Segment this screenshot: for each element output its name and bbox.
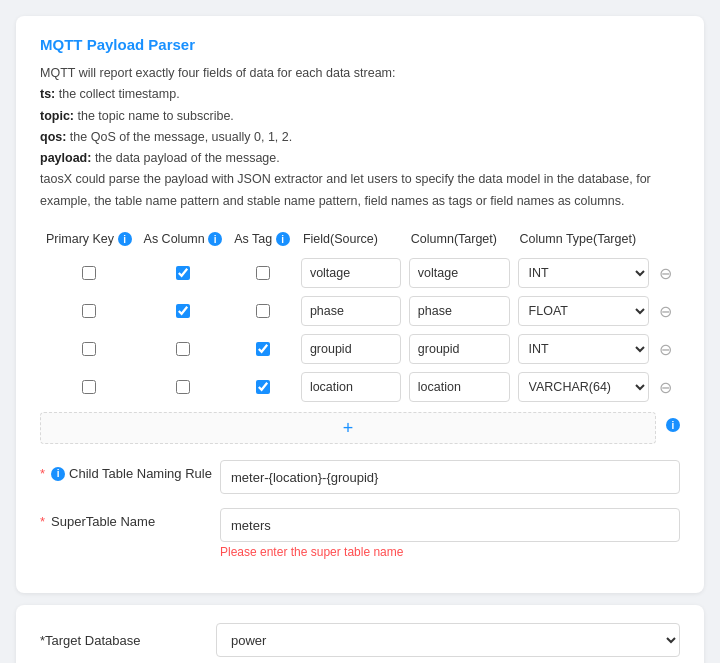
row-0-column-type-cell: INTFLOATBIGINTVARCHAR(64)TIMESTAMPBOOL: [514, 254, 653, 292]
card-title: MQTT Payload Parser: [40, 36, 680, 53]
field-table: Primary Key i As Column i As Tag i Field…: [40, 228, 680, 407]
child-table-control-wrap: [220, 460, 680, 494]
row-1-column-target-input[interactable]: [409, 296, 510, 326]
row-1-column-target-cell: [405, 292, 514, 330]
row-0-tag-cell: [228, 254, 297, 292]
child-table-info-icon[interactable]: i: [51, 467, 65, 481]
th-primary-key: Primary Key i: [40, 228, 138, 255]
row-2-remove-button[interactable]: ⊖: [657, 338, 674, 361]
table-row: INTFLOATBIGINTVARCHAR(64)TIMESTAMPBOOL⊖: [40, 292, 680, 330]
row-2-column-target-cell: [405, 330, 514, 368]
row-3-remove-button[interactable]: ⊖: [657, 376, 674, 399]
row-1-col-cell: [138, 292, 229, 330]
row-2-field-source-input[interactable]: [301, 334, 401, 364]
row-3-remove-cell: ⊖: [653, 368, 680, 406]
target-db-card: *Target Database power test demo: [16, 605, 704, 663]
supertable-error: Please enter the super table name: [220, 545, 680, 559]
child-table-row: * i Child Table Naming Rule: [40, 460, 680, 494]
row-3-tag-checkbox[interactable]: [256, 380, 270, 394]
child-table-label: * i Child Table Naming Rule: [40, 460, 220, 481]
row-3-column-type-cell: INTFLOATBIGINTVARCHAR(64)TIMESTAMPBOOL: [514, 368, 653, 406]
modal-overlay: MQTT Payload Parser MQTT will report exa…: [0, 0, 720, 663]
row-2-col-cell: [138, 330, 229, 368]
row-0-remove-button[interactable]: ⊖: [657, 262, 674, 285]
add-row-info-icon[interactable]: i: [666, 418, 680, 432]
row-0-column-target-input[interactable]: [409, 258, 510, 288]
row-2-column-type-select[interactable]: INTFLOATBIGINTVARCHAR(64)TIMESTAMPBOOL: [518, 334, 649, 364]
row-2-field-source-cell: [297, 330, 405, 368]
supertable-input[interactable]: [220, 508, 680, 542]
row-2-column-target-input[interactable]: [409, 334, 510, 364]
row-1-remove-cell: ⊖: [653, 292, 680, 330]
th-column-type: Column Type(Target): [514, 228, 653, 255]
row-3-col-cell: [138, 368, 229, 406]
row-0-field-source-input[interactable]: [301, 258, 401, 288]
th-as-column: As Column i: [138, 228, 229, 255]
row-1-pk-cell: [40, 292, 138, 330]
row-0-field-source-cell: [297, 254, 405, 292]
row-2-tag-cell: [228, 330, 297, 368]
table-row: INTFLOATBIGINTVARCHAR(64)TIMESTAMPBOOL⊖: [40, 254, 680, 292]
th-column-target: Column(Target): [405, 228, 514, 255]
supertable-row: * SuperTable Name Please enter the super…: [40, 508, 680, 559]
row-2-column-type-cell: INTFLOATBIGINTVARCHAR(64)TIMESTAMPBOOL: [514, 330, 653, 368]
row-2-pk-cell: [40, 330, 138, 368]
row-1-tag-checkbox[interactable]: [256, 304, 270, 318]
row-3-column-type-select[interactable]: INTFLOATBIGINTVARCHAR(64)TIMESTAMPBOOL: [518, 372, 649, 402]
row-0-col-checkbox[interactable]: [176, 266, 190, 280]
row-3-column-target-input[interactable]: [409, 372, 510, 402]
row-2-remove-cell: ⊖: [653, 330, 680, 368]
target-db-select[interactable]: power test demo: [216, 623, 680, 657]
row-3-col-checkbox[interactable]: [176, 380, 190, 394]
add-row-row: + i: [40, 406, 680, 444]
description: MQTT will report exactly four fields of …: [40, 63, 680, 212]
row-3-field-source-input[interactable]: [301, 372, 401, 402]
as-column-info-icon[interactable]: i: [208, 232, 222, 246]
supertable-control-wrap: Please enter the super table name: [220, 508, 680, 559]
row-0-column-target-cell: [405, 254, 514, 292]
row-0-remove-cell: ⊖: [653, 254, 680, 292]
row-1-remove-button[interactable]: ⊖: [657, 300, 674, 323]
th-field-source: Field(Source): [297, 228, 405, 255]
row-1-pk-checkbox[interactable]: [82, 304, 96, 318]
table-row: INTFLOATBIGINTVARCHAR(64)TIMESTAMPBOOL⊖: [40, 368, 680, 406]
row-1-col-checkbox[interactable]: [176, 304, 190, 318]
main-card: MQTT Payload Parser MQTT will report exa…: [16, 16, 704, 593]
primary-key-info-icon[interactable]: i: [118, 232, 132, 246]
row-2-col-checkbox[interactable]: [176, 342, 190, 356]
row-3-pk-cell: [40, 368, 138, 406]
row-0-column-type-select[interactable]: INTFLOATBIGINTVARCHAR(64)TIMESTAMPBOOL: [518, 258, 649, 288]
child-table-input[interactable]: [220, 460, 680, 494]
target-db-label: *Target Database: [40, 633, 200, 648]
row-0-tag-checkbox[interactable]: [256, 266, 270, 280]
th-as-tag: As Tag i: [228, 228, 297, 255]
row-0-col-cell: [138, 254, 229, 292]
row-3-field-source-cell: [297, 368, 405, 406]
row-1-column-type-cell: INTFLOATBIGINTVARCHAR(64)TIMESTAMPBOOL: [514, 292, 653, 330]
row-0-pk-cell: [40, 254, 138, 292]
row-1-field-source-input[interactable]: [301, 296, 401, 326]
table-row: INTFLOATBIGINTVARCHAR(64)TIMESTAMPBOOL⊖: [40, 330, 680, 368]
row-2-tag-checkbox[interactable]: [256, 342, 270, 356]
row-1-column-type-select[interactable]: INTFLOATBIGINTVARCHAR(64)TIMESTAMPBOOL: [518, 296, 649, 326]
supertable-label: * SuperTable Name: [40, 508, 220, 529]
row-3-column-target-cell: [405, 368, 514, 406]
as-tag-info-icon[interactable]: i: [276, 232, 290, 246]
row-1-tag-cell: [228, 292, 297, 330]
row-3-tag-cell: [228, 368, 297, 406]
add-row-button[interactable]: +: [40, 412, 656, 444]
row-1-field-source-cell: [297, 292, 405, 330]
row-2-pk-checkbox[interactable]: [82, 342, 96, 356]
row-0-pk-checkbox[interactable]: [82, 266, 96, 280]
row-3-pk-checkbox[interactable]: [82, 380, 96, 394]
